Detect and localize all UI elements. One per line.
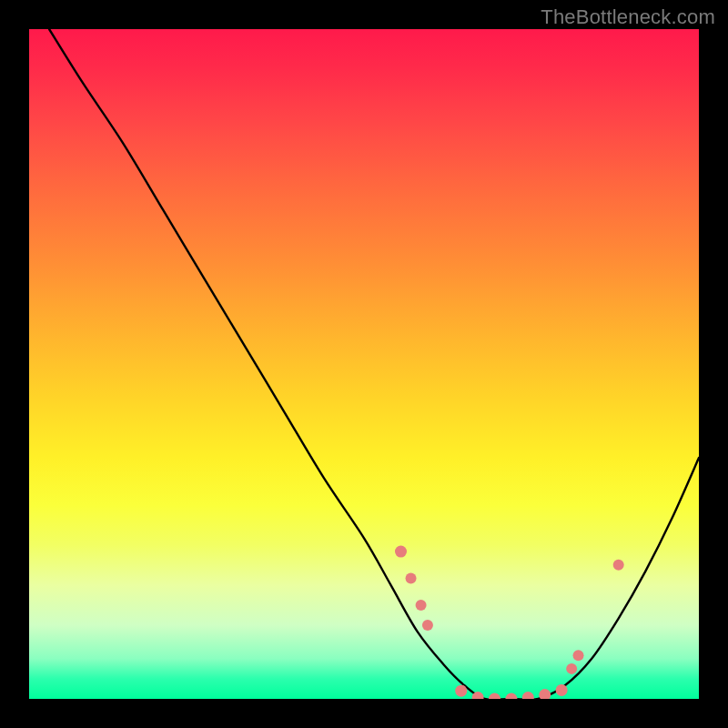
marker-dot (395, 546, 407, 558)
marker-dot (573, 650, 584, 661)
marker-dot (489, 693, 500, 700)
marker-dot (556, 684, 568, 696)
marker-dot (566, 663, 577, 674)
marker-dot (505, 693, 517, 700)
marker-dot (416, 600, 427, 611)
scatter-markers (395, 546, 624, 699)
bottleneck-curve (49, 29, 699, 699)
chart-svg (29, 29, 699, 699)
watermark-text: TheBottleneck.com (541, 5, 715, 29)
chart-container: TheBottleneck.com (0, 0, 728, 728)
marker-dot (539, 689, 551, 699)
marker-dot (522, 692, 534, 699)
marker-dot (406, 573, 417, 584)
marker-dot (613, 560, 624, 571)
plot-area (29, 29, 699, 699)
curve-line (49, 29, 699, 699)
marker-dot (422, 620, 433, 631)
marker-dot (455, 685, 467, 697)
